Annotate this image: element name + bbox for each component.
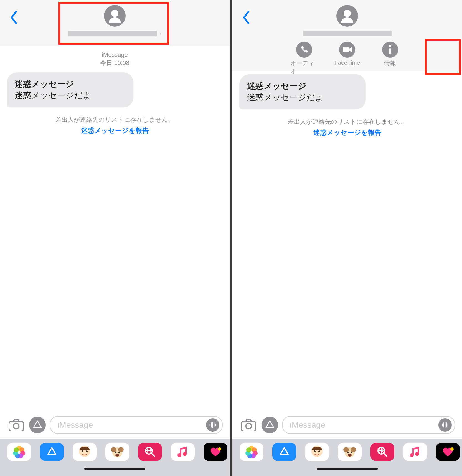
left-pane: › iMessage 今日 10:08 迷惑メッセージ 迷惑メッセージだよ 差出… <box>0 0 230 476</box>
message-title: 迷惑メッセージ <box>15 79 126 90</box>
appstore-drawer-button[interactable] <box>29 417 46 433</box>
header-actions: オーディオ FaceTime 情報 <box>232 42 462 71</box>
report-junk-link[interactable]: 迷惑メッセージを報告 <box>232 128 462 137</box>
input-bar: iMessage <box>232 411 462 439</box>
contact-name-redacted <box>68 31 157 36</box>
memoji2-icon[interactable] <box>338 443 362 461</box>
svg-point-0 <box>111 10 118 17</box>
waveform-icon <box>209 421 217 429</box>
audio-record-button[interactable] <box>438 418 452 432</box>
home-indicator[interactable] <box>232 465 462 476</box>
facetime-label: FaceTime <box>334 59 360 66</box>
svg-point-19 <box>111 447 116 452</box>
video-icon <box>342 46 352 53</box>
svg-point-31 <box>344 10 351 17</box>
camera-button[interactable] <box>7 417 25 433</box>
right-pane: オーディオ FaceTime 情報 迷惑メッセージ 迷惑メッセージだよ 差出人が… <box>232 0 462 476</box>
music-icon[interactable] <box>171 443 195 461</box>
app-strip-left[interactable] <box>0 439 230 465</box>
svg-point-28 <box>218 447 221 451</box>
back-button[interactable] <box>8 10 19 25</box>
message-placeholder: iMessage <box>290 420 325 430</box>
svg-line-25 <box>151 453 154 456</box>
message-placeholder: iMessage <box>57 420 93 430</box>
photos-icon[interactable] <box>7 443 31 461</box>
chevron-left-icon <box>242 11 250 24</box>
back-button[interactable] <box>241 10 252 25</box>
app-strip-right[interactable] <box>232 439 462 465</box>
memoji2-icon[interactable] <box>105 443 129 461</box>
report-junk-link[interactable]: 迷惑メッセージを報告 <box>0 126 230 135</box>
svg-point-14 <box>14 447 19 452</box>
home-indicator[interactable] <box>0 465 230 476</box>
input-bar: iMessage <box>0 411 230 439</box>
svg-point-22 <box>118 452 120 453</box>
phone-icon <box>300 45 309 54</box>
chevron-right-icon: › <box>159 31 161 37</box>
svg-point-33 <box>389 45 391 47</box>
audio-record-button[interactable] <box>206 418 219 432</box>
facetime-button[interactable]: FaceTime <box>333 42 361 66</box>
svg-point-23 <box>115 454 119 457</box>
svg-rect-32 <box>343 47 349 52</box>
svg-point-20 <box>118 447 124 452</box>
svg-point-57 <box>348 454 352 457</box>
memoji1-icon[interactable] <box>305 443 329 461</box>
search-icon[interactable] <box>370 443 394 461</box>
svg-point-48 <box>246 447 251 452</box>
camera-icon <box>9 419 24 431</box>
camera-icon <box>241 419 256 431</box>
timestamp: 今日 10:08 <box>0 59 230 67</box>
camera-button[interactable] <box>239 417 258 433</box>
music-icon[interactable] <box>403 443 427 461</box>
svg-point-16 <box>82 450 83 452</box>
memoji1-icon[interactable] <box>73 443 97 461</box>
svg-point-21 <box>115 452 116 453</box>
contact-name-redacted <box>303 31 392 36</box>
photos-icon[interactable] <box>240 443 263 461</box>
digitaltouch-icon[interactable] <box>436 443 460 461</box>
info-label: 情報 <box>384 59 396 67</box>
waveform-icon <box>441 421 449 429</box>
svg-point-36 <box>246 423 251 429</box>
search-icon[interactable] <box>138 443 162 461</box>
svg-point-51 <box>318 450 320 452</box>
message-input[interactable]: iMessage <box>282 416 455 434</box>
message-input[interactable]: iMessage <box>50 416 223 434</box>
service-label: iMessage <box>0 51 230 59</box>
sender-notice: 差出人が連絡先のリストに存在しません。 迷惑メッセージを報告 <box>0 116 230 135</box>
contact-name-row[interactable]: › <box>68 31 161 37</box>
appstore-icon[interactable] <box>40 443 64 461</box>
svg-point-55 <box>347 452 349 453</box>
header: › <box>0 0 230 46</box>
message-meta: iMessage 今日 10:08 <box>0 51 230 67</box>
svg-point-17 <box>86 450 88 452</box>
svg-point-2 <box>13 423 19 429</box>
person-icon <box>106 7 124 25</box>
notice-text: 差出人が連絡先のリストに存在しません。 <box>0 116 230 124</box>
info-icon <box>388 45 392 55</box>
contact-name-row[interactable] <box>303 31 392 36</box>
appstore-icon <box>265 420 275 430</box>
contact-avatar[interactable] <box>104 5 126 27</box>
message-body: 迷惑メッセージだよ <box>15 90 126 101</box>
message-title: 迷惑メッセージ <box>247 80 358 92</box>
appstore-drawer-button[interactable] <box>262 417 278 433</box>
contact-avatar[interactable] <box>336 5 358 27</box>
message-body: 迷惑メッセージだよ <box>247 92 358 103</box>
incoming-bubble[interactable]: 迷惑メッセージ 迷惑メッセージだよ <box>239 74 366 109</box>
digitaltouch-icon[interactable] <box>204 443 227 461</box>
incoming-bubble[interactable]: 迷惑メッセージ 迷惑メッセージだよ <box>7 72 133 107</box>
audio-call-button[interactable]: オーディオ <box>290 42 318 75</box>
svg-line-59 <box>384 453 387 456</box>
chevron-left-icon <box>10 11 18 24</box>
person-icon <box>338 7 356 25</box>
svg-rect-34 <box>389 48 391 54</box>
info-button[interactable]: 情報 <box>376 42 404 67</box>
notice-text: 差出人が連絡先のリストに存在しません。 <box>232 118 462 126</box>
appstore-icon[interactable] <box>272 443 296 461</box>
pane-divider <box>230 0 232 476</box>
header: オーディオ FaceTime 情報 <box>232 0 462 71</box>
svg-point-54 <box>351 447 356 452</box>
footer: iMessage <box>232 411 462 476</box>
